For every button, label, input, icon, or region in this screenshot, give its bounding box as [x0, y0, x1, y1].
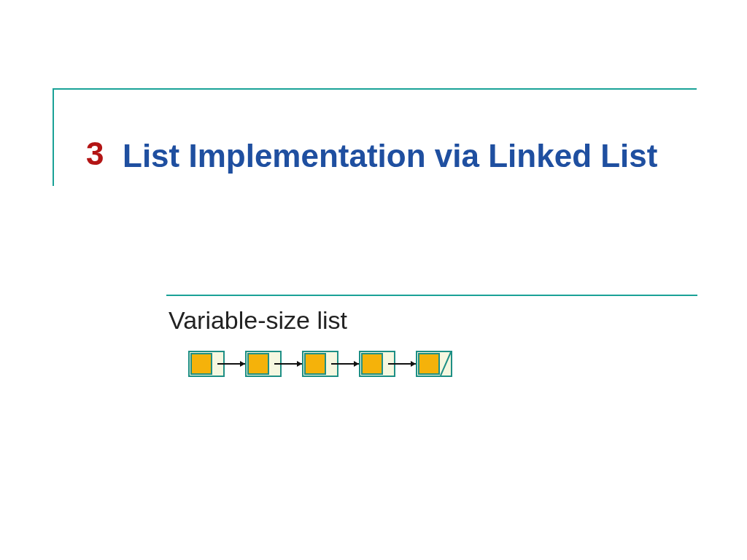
svg-marker-15 — [411, 361, 416, 367]
subtitle: Variable-size list — [169, 306, 347, 335]
svg-rect-1 — [191, 354, 212, 374]
svg-rect-9 — [305, 354, 325, 374]
section-number: 3 — [86, 136, 104, 172]
svg-marker-7 — [297, 361, 302, 367]
svg-rect-5 — [248, 354, 268, 374]
svg-rect-13 — [362, 354, 382, 374]
slide: 3 List Implementation via Linked List Va… — [0, 0, 747, 560]
list-node-last — [417, 351, 452, 376]
subtitle-rule-decoration — [166, 295, 697, 296]
svg-marker-3 — [240, 361, 245, 367]
linked-list-diagram — [188, 349, 495, 381]
svg-rect-17 — [419, 354, 439, 374]
slide-title: List Implementation via Linked List — [123, 136, 677, 176]
svg-marker-11 — [354, 361, 359, 367]
